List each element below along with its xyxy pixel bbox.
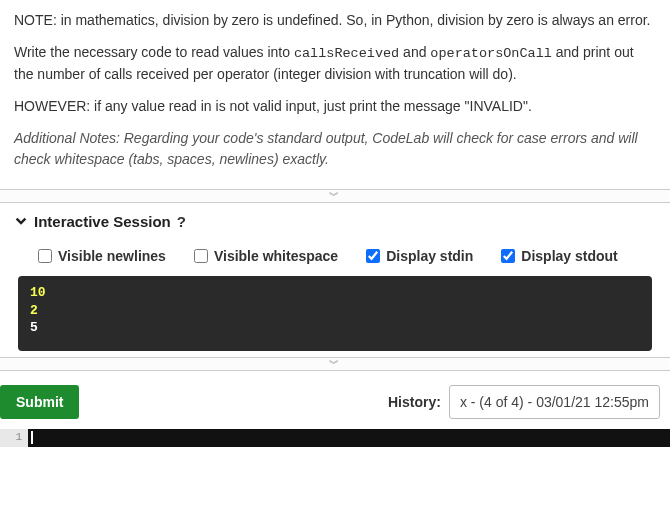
chevron-down-double-icon: ︾ <box>329 189 341 203</box>
terminal-line: 2 <box>30 302 640 320</box>
section-title: Interactive Session <box>34 213 171 230</box>
note-paragraph: NOTE: in mathematics, division by zero i… <box>14 10 656 30</box>
additional-notes: Additional Notes: Regarding your code's … <box>14 128 656 169</box>
history-wrap: History: x - (4 of 4) - 03/01/21 12:55pm <box>388 385 660 419</box>
submit-button[interactable]: Submit <box>0 385 79 419</box>
editor-body[interactable] <box>28 429 670 447</box>
chevron-down-icon <box>14 215 28 229</box>
however-paragraph: HOWEVER: if any value read in is not val… <box>14 96 656 116</box>
interactive-session-header[interactable]: Interactive Session ? <box>0 203 670 240</box>
terminal-line: 10 <box>30 284 640 302</box>
visible-newlines-toggle[interactable]: Visible newlines <box>38 248 166 264</box>
history-label: History: <box>388 394 441 410</box>
section-divider[interactable]: ︾ <box>0 189 670 203</box>
help-icon[interactable]: ? <box>177 213 186 230</box>
task-paragraph: Write the necessary code to read values … <box>14 42 656 84</box>
visible-whitespace-checkbox[interactable] <box>194 249 208 263</box>
display-stdout-label: Display stdout <box>521 248 617 264</box>
visible-whitespace-toggle[interactable]: Visible whitespace <box>194 248 338 264</box>
visible-whitespace-label: Visible whitespace <box>214 248 338 264</box>
chevron-down-double-icon: ︾ <box>329 357 341 371</box>
history-select[interactable]: x - (4 of 4) - 03/01/21 12:55pm <box>449 385 660 419</box>
section-divider[interactable]: ︾ <box>0 357 670 371</box>
code-token: operatorsOnCall <box>430 46 552 61</box>
display-stdin-toggle[interactable]: Display stdin <box>366 248 473 264</box>
editor-gutter: 1 <box>0 429 28 447</box>
text-fragment: Write the necessary code to read values … <box>14 44 294 60</box>
instructions-block: NOTE: in mathematics, division by zero i… <box>0 0 670 189</box>
display-stdin-checkbox[interactable] <box>366 249 380 263</box>
visible-newlines-checkbox[interactable] <box>38 249 52 263</box>
display-controls: Visible newlines Visible whitespace Disp… <box>0 240 670 276</box>
submit-row: Submit History: x - (4 of 4) - 03/01/21 … <box>0 371 670 429</box>
terminal-line: 5 <box>30 319 640 337</box>
display-stdout-checkbox[interactable] <box>501 249 515 263</box>
code-editor[interactable]: 1 <box>0 429 670 447</box>
display-stdout-toggle[interactable]: Display stdout <box>501 248 617 264</box>
code-token: callsReceived <box>294 46 399 61</box>
display-stdin-label: Display stdin <box>386 248 473 264</box>
editor-cursor <box>31 431 33 444</box>
terminal-output: 10 2 5 <box>18 276 652 351</box>
visible-newlines-label: Visible newlines <box>58 248 166 264</box>
text-fragment: and <box>399 44 430 60</box>
